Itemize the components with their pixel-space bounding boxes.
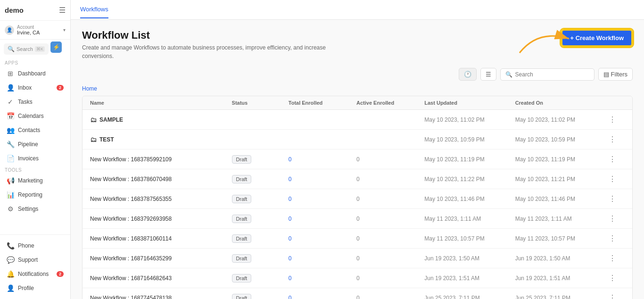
workflow-name[interactable]: New Workflow : 1683785992109	[90, 156, 172, 163]
cell-total-enrolled: 0	[289, 156, 356, 163]
sidebar-item-support[interactable]: 💬 Support	[2, 253, 68, 267]
row-more-button[interactable]: ⋮	[606, 193, 619, 204]
row-more-button[interactable]: ⋮	[606, 174, 619, 184]
row-more-button[interactable]: ⋮	[606, 292, 619, 299]
workflow-table: Name Status Total Enrolled Active Enroll…	[82, 96, 633, 299]
cell-name: New Workflow : 1687164682643	[90, 275, 232, 282]
cell-created-on: May 10 2023, 11:19 PM	[515, 156, 606, 163]
col-header-created-on: Created On	[515, 100, 606, 106]
search-icon: 🔍	[8, 46, 15, 52]
cell-name: New Workflow : 1683786070498	[90, 176, 232, 183]
sidebar-item-dashboard[interactable]: ⊞ Dashboard	[2, 66, 68, 81]
sidebar-item-contacts[interactable]: 👥 Contacts	[2, 123, 68, 137]
cell-last-updated: May 10 2023, 11:46 PM	[424, 196, 515, 202]
cell-actions: ⋮	[606, 174, 625, 184]
table-row[interactable]: New Workflow : 1687164682643 Draft 0 0 J…	[83, 268, 632, 288]
table-row[interactable]: New Workflow : 1687745478138 Draft 0 0 J…	[83, 288, 632, 299]
sidebar-item-label: Inbox	[18, 84, 32, 91]
filters-button[interactable]: ▤ Filters	[598, 68, 633, 81]
total-enrolled-link[interactable]: 0	[289, 295, 292, 299]
profile-icon: 👤	[7, 284, 14, 292]
workflow-name[interactable]: SAMPLE	[99, 116, 123, 123]
workflow-name[interactable]: New Workflow : 1683786070498	[90, 176, 172, 183]
account-info: Account Irvine, CA	[17, 25, 60, 35]
page-title: Workflow List	[82, 29, 341, 42]
cell-actions: ⋮	[606, 213, 625, 224]
total-enrolled-link[interactable]: 0	[289, 176, 292, 183]
sidebar-item-profile[interactable]: 👤 Profile	[2, 281, 68, 295]
table-row[interactable]: New Workflow : 1683787565355 Draft 0 0 M…	[83, 189, 632, 209]
row-more-button[interactable]: ⋮	[606, 134, 619, 145]
sidebar-item-phone[interactable]: 📞 Phone	[2, 239, 68, 253]
contacts-icon: 👥	[7, 126, 14, 134]
total-enrolled-link[interactable]: 0	[289, 216, 292, 222]
row-more-button[interactable]: ⋮	[606, 154, 619, 165]
table-row[interactable]: New Workflow : 1683785992109 Draft 0 0 M…	[83, 150, 632, 169]
row-more-button[interactable]: ⋮	[606, 273, 619, 283]
total-enrolled-link[interactable]: 0	[289, 196, 292, 202]
cell-last-updated: May 11 2023, 10:57 PM	[424, 235, 515, 242]
notifications-icon: 🔔	[7, 270, 14, 278]
total-enrolled-link[interactable]: 0	[289, 156, 292, 163]
cell-active-enrolled: 0	[356, 235, 424, 242]
table-row[interactable]: New Workflow : 1683871060114 Draft 0 0 M…	[83, 229, 632, 249]
workflow-name[interactable]: New Workflow : 1687745478138	[90, 295, 172, 299]
sidebar-item-calendars[interactable]: 📅 Calendars	[2, 109, 68, 123]
table-body: 🗂 SAMPLE May 10 2023, 11:02 PM May 10 20…	[83, 110, 632, 299]
total-enrolled-link[interactable]: 0	[289, 275, 292, 282]
row-more-button[interactable]: ⋮	[606, 213, 619, 224]
row-more-button[interactable]: ⋮	[606, 114, 619, 125]
cell-name: New Workflow : 1683785992109	[90, 156, 232, 163]
table-row[interactable]: New Workflow : 1683786070498 Draft 0 0 M…	[83, 169, 632, 189]
topnav: Workflows	[71, 0, 644, 20]
cell-status: Draft	[232, 294, 289, 299]
cell-last-updated: May 10 2023, 11:22 PM	[424, 176, 515, 183]
tab-workflows[interactable]: Workflows	[80, 1, 108, 18]
workflow-name[interactable]: New Workflow : 1683787565355	[90, 196, 172, 202]
row-more-button[interactable]: ⋮	[606, 253, 619, 264]
table-row[interactable]: 🗂 SAMPLE May 10 2023, 11:02 PM May 10 20…	[83, 110, 632, 130]
workflow-name[interactable]: New Workflow : 1683792693958	[90, 216, 172, 222]
status-badge: Draft	[232, 294, 252, 299]
workflow-name[interactable]: New Workflow : 1683871060114	[90, 235, 172, 242]
cell-created-on: May 10 2023, 11:02 PM	[515, 116, 606, 123]
table-row[interactable]: New Workflow : 1687164635299 Draft 0 0 J…	[83, 249, 632, 268]
row-more-button[interactable]: ⋮	[606, 233, 619, 244]
table-row[interactable]: 🗂 TEST May 10 2023, 10:59 PM May 10 2023…	[83, 130, 632, 150]
sidebar-item-tasks[interactable]: ✓ Tasks	[2, 95, 68, 109]
pipeline-icon: 🔧	[7, 141, 14, 148]
status-badge: Draft	[232, 274, 252, 282]
sidebar-item-label: Tasks	[18, 99, 33, 105]
sidebar-item-marketing[interactable]: 📢 Marketing	[2, 174, 68, 188]
sidebar-item-settings[interactable]: ⚙ Settings	[2, 202, 68, 216]
sidebar-item-reporting[interactable]: 📊 Reporting	[2, 188, 68, 202]
lightning-button[interactable]: ⚡	[50, 42, 62, 53]
cell-last-updated: May 10 2023, 10:59 PM	[424, 136, 515, 143]
table-search-input[interactable]	[515, 71, 589, 78]
cell-last-updated: May 10 2023, 11:02 PM	[424, 116, 515, 123]
sidebar-account[interactable]: 👤 Account Irvine, CA ▾	[0, 21, 70, 40]
sidebar-hamburger-icon[interactable]: ☰	[59, 6, 66, 15]
time-view-button[interactable]: 🕐	[459, 68, 477, 81]
cell-total-enrolled: 0	[289, 216, 356, 222]
workflow-name[interactable]: TEST	[99, 136, 114, 143]
account-label: Account	[17, 25, 60, 30]
total-enrolled-link[interactable]: 0	[289, 255, 292, 262]
sidebar-item-pipeline[interactable]: 🔧 Pipeline	[2, 137, 68, 151]
list-view-button[interactable]: ☰	[480, 68, 496, 81]
sidebar-item-inbox[interactable]: 👤 Inbox 2	[2, 81, 68, 95]
account-name: Irvine, CA	[17, 30, 60, 35]
sidebar-item-invoices[interactable]: 📄 Invoices	[2, 151, 68, 166]
workflow-name[interactable]: New Workflow : 1687164635299	[90, 255, 172, 262]
table-row[interactable]: New Workflow : 1683792693958 Draft 0 0 M…	[83, 209, 632, 229]
sidebar-item-notifications[interactable]: 🔔 Notifications 2	[2, 267, 68, 281]
page-subtitle: Create and manage Workflows to automate …	[82, 43, 341, 60]
workflow-name[interactable]: New Workflow : 1687164682643	[90, 275, 172, 282]
cell-actions: ⋮	[606, 253, 625, 264]
cell-created-on: May 10 2023, 10:59 PM	[515, 136, 606, 143]
col-header-last-updated: Last Updated	[424, 100, 515, 106]
table-search-box[interactable]: 🔍	[500, 68, 594, 81]
total-enrolled-link[interactable]: 0	[289, 235, 292, 242]
sidebar-search[interactable]: 🔍 Search ⌘K	[4, 43, 49, 55]
col-header-name: Name	[90, 100, 232, 106]
